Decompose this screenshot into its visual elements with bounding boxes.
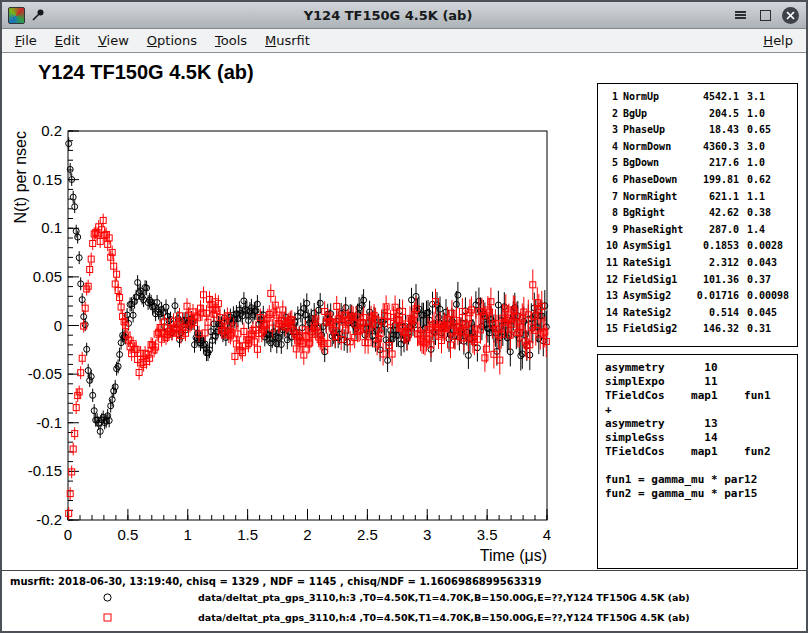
- param-number: 14: [604, 305, 618, 322]
- param-error: 0.00098: [747, 288, 791, 305]
- param-name: NormDown: [623, 139, 691, 156]
- param-row: 14RateSig20.5140.045: [604, 305, 791, 322]
- param-error: 1.1: [747, 189, 791, 206]
- close-button[interactable]: [781, 6, 800, 25]
- window-title: Y124 TF150G 4.5K (ab): [51, 8, 725, 23]
- shade-button[interactable]: [731, 6, 750, 25]
- param-row: 5BgDown217.61.0: [604, 155, 791, 172]
- menu-right: Help: [754, 31, 802, 50]
- param-row: 15FieldSig2146.320.31: [604, 321, 791, 338]
- param-error: 0.31: [747, 321, 791, 338]
- param-number: 11: [604, 255, 618, 272]
- param-row: 2BgUp204.51.0: [604, 106, 791, 123]
- svg-text:2.5: 2.5: [357, 526, 378, 543]
- theory-line: TFieldCos map1 fun1: [605, 389, 790, 403]
- param-value: 4360.3: [691, 139, 739, 156]
- maximize-button[interactable]: [756, 6, 775, 25]
- svg-text:0: 0: [64, 526, 72, 543]
- param-error: 0.62: [747, 172, 791, 189]
- param-number: 8: [604, 205, 618, 222]
- param-name: RateSig1: [623, 255, 691, 272]
- param-value: 18.43: [691, 122, 739, 139]
- svg-text:-0.2: -0.2: [36, 511, 62, 528]
- menu-item-edit[interactable]: Edit: [46, 31, 89, 50]
- theory-line: +: [605, 403, 790, 417]
- param-row: 10AsymSig10.18530.0028: [604, 238, 791, 255]
- menu-item-file[interactable]: File: [6, 31, 46, 50]
- param-row: 11RateSig12.3120.043: [604, 255, 791, 272]
- param-row: 4NormDown4360.33.0: [604, 139, 791, 156]
- menu-left: FileEditViewOptionsToolsMusrfit: [6, 31, 319, 50]
- param-name: BgDown: [623, 155, 691, 172]
- param-name: PhaseDown: [623, 172, 691, 189]
- param-error: 1.4: [747, 222, 791, 239]
- param-error: 0.38: [747, 205, 791, 222]
- theory-line: [605, 459, 790, 473]
- theory-line: asymmetry 13: [605, 417, 790, 431]
- svg-text:-0.05: -0.05: [28, 365, 62, 382]
- param-value: 146.32: [691, 321, 739, 338]
- param-value: 204.5: [691, 106, 739, 123]
- svg-text:2: 2: [303, 526, 311, 543]
- param-name: NormUp: [623, 89, 691, 106]
- svg-text:4: 4: [543, 526, 551, 543]
- param-value: 621.1: [691, 189, 739, 206]
- legend-entry-1: data/deltat_pta_gps_3110,h:3 ,T0=4.50K,T…: [100, 592, 690, 603]
- svg-text:-0.15: -0.15: [28, 462, 62, 479]
- param-name: BgUp: [623, 106, 691, 123]
- param-name: RateSig2: [623, 305, 691, 322]
- param-number: 9: [604, 222, 618, 239]
- param-row: 7NormRight621.11.1: [604, 189, 791, 206]
- param-name: NormRight: [623, 189, 691, 206]
- menu-item-musrfit[interactable]: Musrfit: [256, 31, 319, 50]
- param-error: 3.1: [747, 89, 791, 106]
- param-value: 101.36: [691, 272, 739, 289]
- menu-item-tools[interactable]: Tools: [206, 31, 256, 50]
- svg-text:0.05: 0.05: [33, 268, 62, 285]
- svg-text:0.15: 0.15: [33, 171, 62, 188]
- legend-square-marker-icon: [100, 612, 114, 623]
- menu-item-view[interactable]: View: [89, 31, 138, 50]
- app-window: Y124 TF150G 4.5K (ab) FileEditViewOption…: [0, 0, 808, 633]
- param-error: 0.37: [747, 272, 791, 289]
- svg-text:0: 0: [54, 317, 62, 334]
- canvas-area: Y124 TF150G 4.5K (ab) 00.511.522.533.54-…: [2, 53, 806, 633]
- param-number: 15: [604, 321, 618, 338]
- param-name: FieldSig2: [623, 321, 691, 338]
- menu-item-options[interactable]: Options: [138, 31, 206, 50]
- param-error: 0.043: [747, 255, 791, 272]
- svg-text:Time (μs): Time (μs): [480, 547, 547, 564]
- theory-line: TFieldCos map1 fun2: [605, 445, 790, 459]
- theory-line: simplExpo 11: [605, 375, 790, 389]
- param-number: 2: [604, 106, 618, 123]
- legend-circle-marker-icon: [100, 592, 114, 603]
- param-number: 12: [604, 272, 618, 289]
- menubar: FileEditViewOptionsToolsMusrfit Help: [2, 29, 806, 53]
- titlebar[interactable]: Y124 TF150G 4.5K (ab): [2, 2, 806, 29]
- pin-icon[interactable]: [31, 8, 45, 22]
- menu-item-help[interactable]: Help: [754, 31, 802, 50]
- plot-svg[interactable]: 00.511.522.533.54-0.2-0.15-0.1-0.0500.05…: [10, 89, 575, 564]
- legend-entry-2: data/deltat_pta_gps_3110,h:4 ,T0=4.50K,T…: [100, 612, 690, 623]
- svg-text:0.5: 0.5: [117, 526, 138, 543]
- theory-line: simpleGss 14: [605, 431, 790, 445]
- param-value: 2.312: [691, 255, 739, 272]
- param-value: 0.1853: [691, 238, 739, 255]
- param-number: 13: [604, 288, 618, 305]
- param-error: 0.045: [747, 305, 791, 322]
- theory-panel: asymmetry 10simplExpo 11TFieldCos map1 f…: [597, 354, 798, 569]
- param-value: 0.01716: [691, 288, 739, 305]
- app-icon: [8, 7, 25, 24]
- param-error: 0.65: [747, 122, 791, 139]
- close-icon: [782, 7, 799, 24]
- svg-text:1.5: 1.5: [237, 526, 258, 543]
- param-error: 1.0: [747, 155, 791, 172]
- param-value: 0.514: [691, 305, 739, 322]
- param-number: 10: [604, 238, 618, 255]
- param-name: AsymSig2: [623, 288, 691, 305]
- param-error: 0.0028: [747, 238, 791, 255]
- param-row: 9PhaseRight287.01.4: [604, 222, 791, 239]
- svg-text:1: 1: [184, 526, 192, 543]
- svg-text:3.5: 3.5: [477, 526, 498, 543]
- legend-label: data/deltat_pta_gps_3110,h:3 ,T0=4.50K,T…: [198, 592, 690, 603]
